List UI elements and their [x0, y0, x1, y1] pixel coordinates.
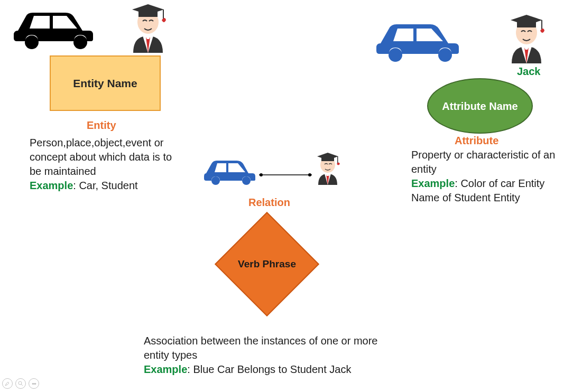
attribute-example-label: Example	[411, 178, 455, 189]
entity-example-text: : Car, Student	[73, 180, 137, 191]
relation-blue-car-icon	[200, 154, 258, 188]
black-car-icon	[7, 3, 100, 53]
blue-car-icon	[370, 15, 465, 66]
student-icon	[123, 1, 173, 56]
relation-description: Association between the instances of one…	[144, 334, 387, 377]
relation-diamond-label: Verb Phrase	[238, 258, 296, 270]
svg-point-10	[211, 176, 220, 185]
attribute-description: Property or characteristic of an entity …	[411, 148, 570, 205]
relation-diamond: Verb Phrase	[214, 211, 320, 317]
relation-title: Relation	[248, 197, 290, 209]
slideshow-toolbar: •••	[2, 378, 39, 389]
student-jack-icon	[501, 12, 552, 67]
entity-description: Person,place,object,event or concept abo…	[30, 136, 183, 193]
attribute-title: Attribute	[455, 135, 498, 147]
entity-box-label: Entity Name	[73, 77, 137, 90]
attribute-desc-text: Property or characteristic of an entity	[411, 149, 555, 175]
svg-point-11	[242, 176, 251, 185]
svg-point-13	[260, 173, 263, 176]
relation-example-text: : Blue Car Belongs to Student Jack	[187, 363, 351, 375]
relation-example-label: Example	[144, 363, 187, 375]
entity-rectangle: Entity Name	[50, 55, 161, 111]
svg-point-0	[25, 35, 39, 49]
jack-label: Jack	[517, 66, 541, 78]
svg-point-5	[389, 48, 402, 62]
more-icon[interactable]: •••	[29, 378, 39, 389]
relation-line	[259, 170, 312, 180]
relation-desc-text: Association between the instances of one…	[144, 335, 377, 361]
entity-example-label: Example	[30, 180, 73, 191]
relation-student-icon	[311, 150, 345, 188]
svg-line-19	[21, 384, 23, 386]
entity-desc-text: Person,place,object,event or concept abo…	[30, 137, 172, 177]
pen-icon[interactable]	[2, 378, 13, 389]
attribute-ellipse: Attribute Name	[427, 78, 533, 134]
attribute-ellipse-label: Attribute Name	[442, 100, 517, 113]
svg-point-6	[438, 48, 452, 62]
magnifier-icon[interactable]	[15, 378, 26, 389]
svg-rect-8	[517, 21, 536, 27]
entity-title: Entity	[87, 119, 116, 132]
svg-rect-16	[321, 157, 334, 161]
svg-point-1	[73, 35, 87, 49]
svg-rect-3	[138, 11, 158, 17]
